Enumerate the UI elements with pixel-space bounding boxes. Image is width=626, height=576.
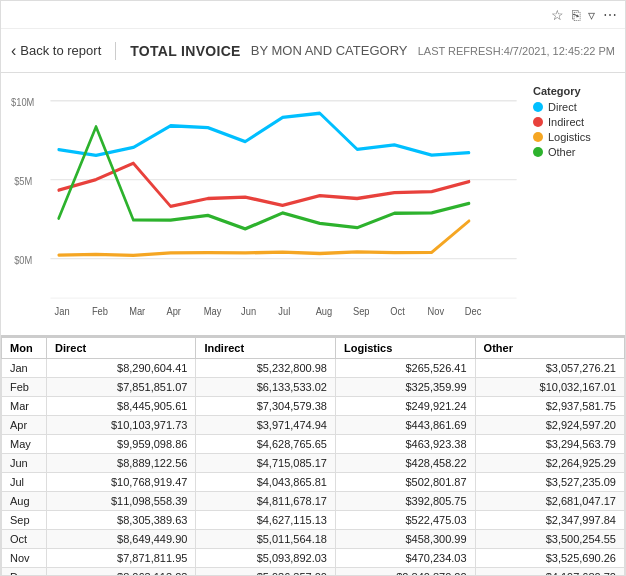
legend-item-indirect: Indirect [533,116,611,128]
cell-2-4: $2,937,581.75 [475,397,624,416]
copy-icon[interactable]: ⎘ [572,7,580,23]
main-container: ☆ ⎘ ▿ ⋯ ‹ Back to report TOTAL INVOICE B… [0,0,626,576]
legend-label-logistics: Logistics [548,131,591,143]
more-icon[interactable]: ⋯ [603,7,617,23]
table-row: Oct$8,649,449.90$5,011,564.18$458,300.99… [2,530,625,549]
cell-2-2: $7,304,579.38 [196,397,336,416]
cell-0-0: Jan [2,359,47,378]
svg-text:Jul: Jul [278,304,290,317]
cell-11-4: $4,197,680.72 [475,568,624,576]
page-title: TOTAL INVOICE [130,43,240,59]
table-row: Dec$8,063,113.23$5,936,357.00$2,840,870.… [2,568,625,576]
svg-text:Jun: Jun [241,304,256,317]
cell-8-4: $2,347,997.84 [475,511,624,530]
col-header-indirect: Indirect [196,338,336,359]
cell-9-2: $5,011,564.18 [196,530,336,549]
data-table: Mon Direct Indirect Logistics Other Jan$… [1,337,625,575]
svg-text:Feb: Feb [92,304,108,317]
filter-icon[interactable]: ▿ [588,7,595,23]
cell-5-1: $8,889,122.56 [47,454,196,473]
cell-3-4: $2,924,597.20 [475,416,624,435]
table-row: Jul$10,768,919.47$4,043,865.81$502,801.8… [2,473,625,492]
svg-text:May: May [204,304,222,317]
table-row: May$9,959,098.86$4,628,765.65$463,923.38… [2,435,625,454]
cell-9-4: $3,500,254.55 [475,530,624,549]
svg-text:Nov: Nov [428,304,445,317]
cell-10-1: $7,871,811.95 [47,549,196,568]
col-header-mon: Mon [2,338,47,359]
cell-5-3: $428,458.22 [335,454,475,473]
cell-7-3: $392,805.75 [335,492,475,511]
cell-0-1: $8,290,604.41 [47,359,196,378]
legend-item-logistics: Logistics [533,131,611,143]
page-subtitle: BY MON AND CATEGORY [251,43,408,58]
cell-3-0: Apr [2,416,47,435]
cell-8-3: $522,475.03 [335,511,475,530]
line-chart: $10M $5M $0M Jan Feb Mar Apr May Jun Jul… [9,81,527,331]
cell-7-0: Aug [2,492,47,511]
legend-dot-other [533,147,543,157]
table-row: Mar$8,445,905.61$7,304,579.38$249,921.24… [2,397,625,416]
toolbar: ☆ ⎘ ▿ ⋯ [1,1,625,29]
cell-3-2: $3,971,474.94 [196,416,336,435]
cell-9-3: $458,300.99 [335,530,475,549]
cell-11-3: $2,840,870.22 [335,568,475,576]
data-table-area: Mon Direct Indirect Logistics Other Jan$… [1,335,625,575]
back-label: Back to report [20,43,101,58]
svg-text:Sep: Sep [353,304,370,317]
legend-dot-indirect [533,117,543,127]
pin-icon[interactable]: ☆ [551,7,564,23]
svg-text:Apr: Apr [166,304,181,317]
cell-2-0: Mar [2,397,47,416]
cell-6-3: $502,801.87 [335,473,475,492]
cell-1-1: $7,851,851.07 [47,378,196,397]
cell-1-4: $10,032,167.01 [475,378,624,397]
cell-10-3: $470,234.03 [335,549,475,568]
cell-10-4: $3,525,690.26 [475,549,624,568]
svg-text:$0M: $0M [14,253,32,266]
cell-10-2: $5,093,892.03 [196,549,336,568]
cell-5-0: Jun [2,454,47,473]
cell-4-2: $4,628,765.65 [196,435,336,454]
cell-8-0: Sep [2,511,47,530]
col-header-other: Other [475,338,624,359]
chart-area: $10M $5M $0M Jan Feb Mar Apr May Jun Jul… [1,73,625,335]
cell-0-3: $265,526.41 [335,359,475,378]
svg-text:Mar: Mar [129,304,145,317]
cell-2-1: $8,445,905.61 [47,397,196,416]
table-row: Sep$8,305,389.63$4,627,115.13$522,475.03… [2,511,625,530]
cell-6-0: Jul [2,473,47,492]
chart-wrapper: $10M $5M $0M Jan Feb Mar Apr May Jun Jul… [9,81,527,331]
header: ‹ Back to report TOTAL INVOICE BY MON AN… [1,29,625,73]
cell-4-3: $463,923.38 [335,435,475,454]
back-arrow-icon: ‹ [11,42,16,60]
legend-item-other: Other [533,146,611,158]
svg-text:$5M: $5M [14,174,32,187]
cell-9-1: $8,649,449.90 [47,530,196,549]
legend-label-indirect: Indirect [548,116,584,128]
table-row: Apr$10,103,971.73$3,971,474.94$443,861.6… [2,416,625,435]
cell-11-0: Dec [2,568,47,576]
legend-dot-logistics [533,132,543,142]
cell-10-0: Nov [2,549,47,568]
cell-11-2: $5,936,357.00 [196,568,336,576]
cell-0-2: $5,232,800.98 [196,359,336,378]
table-row: Feb$7,851,851.07$6,133,533.02$325,359.99… [2,378,625,397]
table-row: Nov$7,871,811.95$5,093,892.03$470,234.03… [2,549,625,568]
cell-6-2: $4,043,865.81 [196,473,336,492]
svg-text:Dec: Dec [465,304,482,317]
table-header-row: Mon Direct Indirect Logistics Other [2,338,625,359]
cell-1-2: $6,133,533.02 [196,378,336,397]
back-button[interactable]: ‹ Back to report [11,42,116,60]
svg-text:$10M: $10M [11,95,34,108]
toolbar-icons: ☆ ⎘ ▿ ⋯ [551,7,617,23]
cell-7-1: $11,098,558.39 [47,492,196,511]
cell-8-2: $4,627,115.13 [196,511,336,530]
svg-text:Oct: Oct [390,304,405,317]
table-row: Jun$8,889,122.56$4,715,085.17$428,458.22… [2,454,625,473]
cell-6-4: $3,527,235.09 [475,473,624,492]
cell-0-4: $3,057,276.21 [475,359,624,378]
legend-title: Category [533,85,611,97]
cell-5-2: $4,715,085.17 [196,454,336,473]
table-row: Jan$8,290,604.41$5,232,800.98$265,526.41… [2,359,625,378]
